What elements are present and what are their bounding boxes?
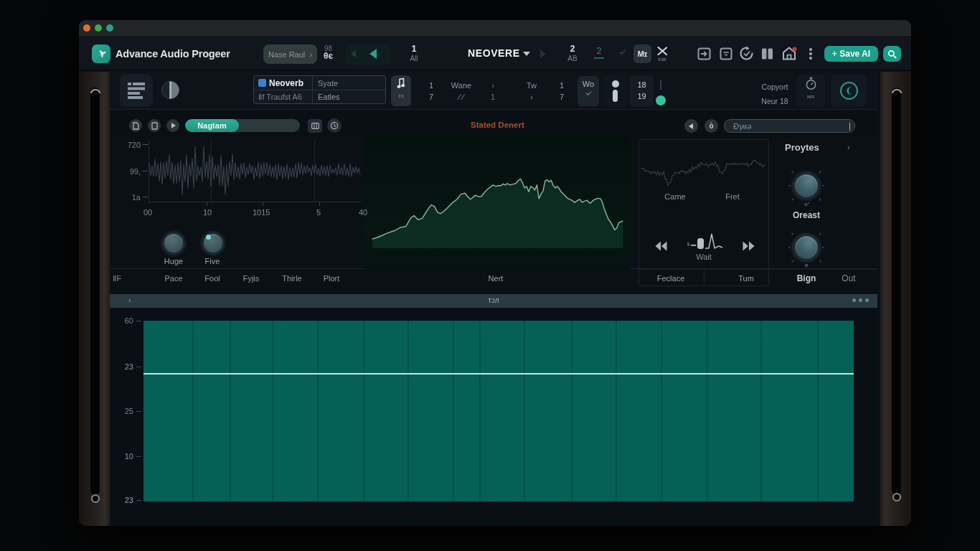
svg-text:‖·▬: ‖·▬ [687,242,696,247]
